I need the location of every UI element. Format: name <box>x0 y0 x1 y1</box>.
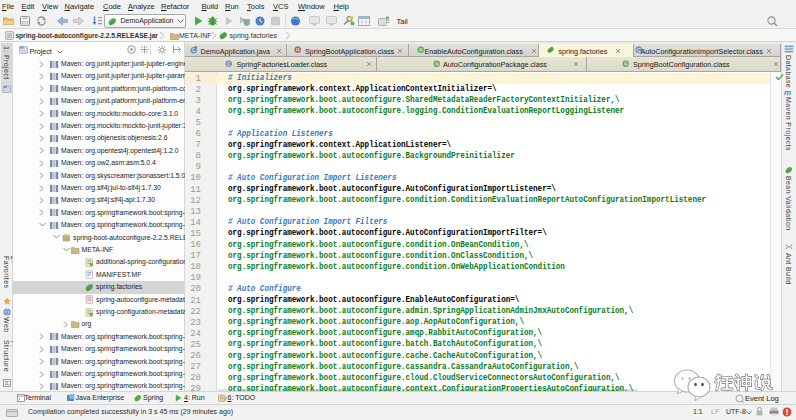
svg-text:C: C <box>227 60 231 66</box>
